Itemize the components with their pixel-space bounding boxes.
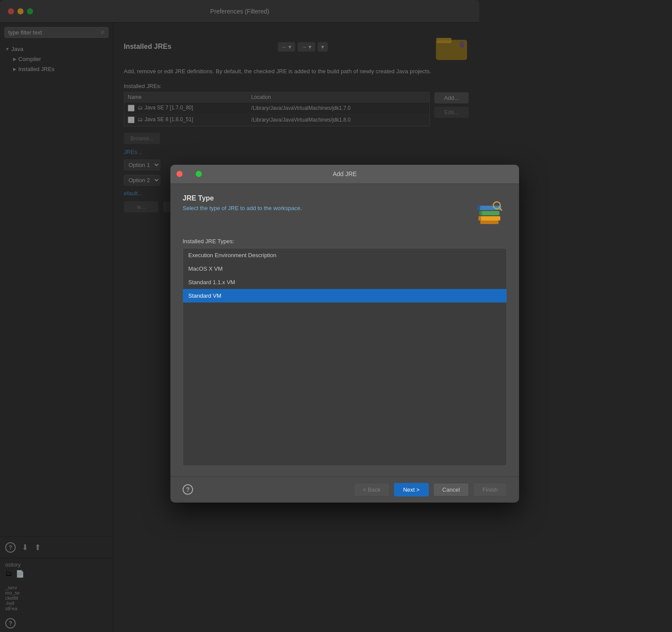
- svg-rect-10: [479, 211, 482, 215]
- jre-type-macos-x-vm[interactable]: MacOS X VM: [183, 262, 506, 275]
- dialog-header-row: JRE Type Select the type of JRE to add t…: [183, 194, 507, 229]
- dialog-close-button[interactable]: [176, 171, 183, 177]
- svg-rect-11: [478, 206, 480, 210]
- dialog-min-button[interactable]: [186, 171, 192, 177]
- cancel-button[interactable]: Cancel: [433, 483, 469, 496]
- dialog-window-controls: [176, 171, 202, 177]
- jre-type-execution-env[interactable]: Execution Environment Description: [183, 248, 506, 262]
- svg-rect-6: [479, 211, 499, 215]
- jre-types-list: Execution Environment Description MacOS …: [183, 248, 507, 466]
- finish-button[interactable]: Finish: [473, 483, 507, 496]
- jre-type-standard-vm[interactable]: Standard VM: [183, 289, 506, 302]
- dialog-title: Add JRE: [333, 170, 356, 177]
- svg-rect-5: [479, 216, 500, 221]
- dialog-header-title: JRE Type: [183, 194, 472, 202]
- dialog-header-subtitle: Select the type of JRE to add to the wor…: [183, 205, 472, 211]
- add-jre-dialog: Add JRE JRE Type Select the type of JRE …: [170, 165, 519, 503]
- dialog-header-text: JRE Type Select the type of JRE to add t…: [183, 194, 472, 211]
- dialog-footer: ? < Back Next > Cancel Finish: [170, 476, 519, 503]
- book-svg: [474, 197, 505, 227]
- dialog-title-bar: Add JRE: [170, 165, 519, 184]
- dialog-body: JRE Type Select the type of JRE to add t…: [170, 184, 519, 476]
- svg-rect-7: [478, 206, 501, 210]
- svg-rect-8: [480, 221, 499, 224]
- book-stack-icon: [472, 194, 507, 229]
- dialog-overlay: Add JRE JRE Type Select the type of JRE …: [0, 0, 672, 632]
- svg-rect-9: [479, 216, 481, 221]
- dialog-help-button[interactable]: ?: [183, 484, 193, 495]
- back-button[interactable]: < Back: [354, 483, 390, 496]
- next-button[interactable]: Next >: [394, 483, 429, 496]
- dialog-max-button[interactable]: [196, 171, 202, 177]
- installed-jre-types-label: Installed JRE Types:: [183, 238, 507, 245]
- jre-type-standard-11[interactable]: Standard 1.1.x VM: [183, 275, 506, 289]
